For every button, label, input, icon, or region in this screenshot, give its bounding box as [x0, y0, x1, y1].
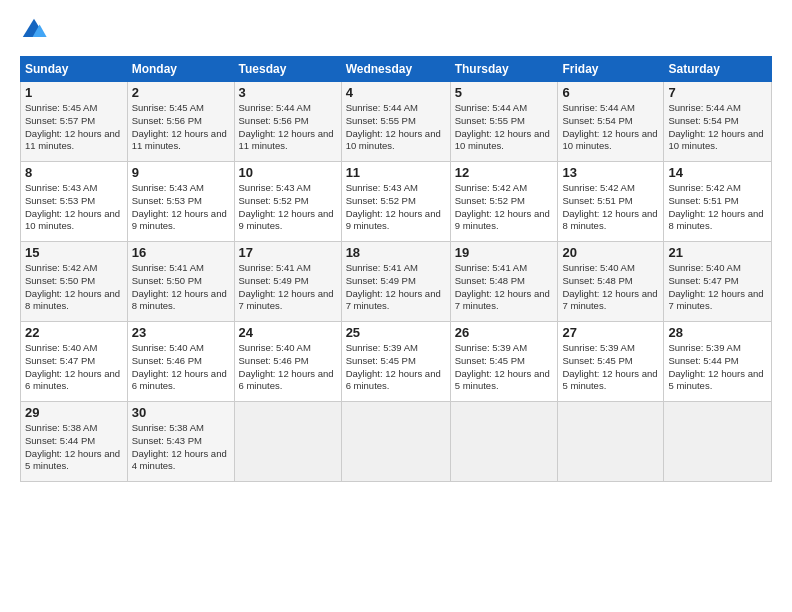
col-header-saturday: Saturday	[664, 57, 772, 82]
day-info: Sunrise: 5:44 AMSunset: 5:54 PMDaylight:…	[562, 102, 659, 153]
day-number: 22	[25, 325, 123, 340]
day-info: Sunrise: 5:42 AMSunset: 5:51 PMDaylight:…	[668, 182, 767, 233]
day-info: Sunrise: 5:45 AMSunset: 5:57 PMDaylight:…	[25, 102, 123, 153]
day-cell: 30Sunrise: 5:38 AMSunset: 5:43 PMDayligh…	[127, 402, 234, 482]
day-cell	[558, 402, 664, 482]
day-number: 17	[239, 245, 337, 260]
day-cell: 15Sunrise: 5:42 AMSunset: 5:50 PMDayligh…	[21, 242, 128, 322]
day-cell: 1Sunrise: 5:45 AMSunset: 5:57 PMDaylight…	[21, 82, 128, 162]
day-cell: 16Sunrise: 5:41 AMSunset: 5:50 PMDayligh…	[127, 242, 234, 322]
day-info: Sunrise: 5:43 AMSunset: 5:53 PMDaylight:…	[25, 182, 123, 233]
day-number: 19	[455, 245, 554, 260]
day-cell: 4Sunrise: 5:44 AMSunset: 5:55 PMDaylight…	[341, 82, 450, 162]
day-cell: 14Sunrise: 5:42 AMSunset: 5:51 PMDayligh…	[664, 162, 772, 242]
day-number: 18	[346, 245, 446, 260]
col-header-thursday: Thursday	[450, 57, 558, 82]
day-info: Sunrise: 5:43 AMSunset: 5:52 PMDaylight:…	[239, 182, 337, 233]
day-info: Sunrise: 5:42 AMSunset: 5:50 PMDaylight:…	[25, 262, 123, 313]
day-info: Sunrise: 5:44 AMSunset: 5:56 PMDaylight:…	[239, 102, 337, 153]
col-header-sunday: Sunday	[21, 57, 128, 82]
day-info: Sunrise: 5:38 AMSunset: 5:44 PMDaylight:…	[25, 422, 123, 473]
day-number: 5	[455, 85, 554, 100]
day-cell: 26Sunrise: 5:39 AMSunset: 5:45 PMDayligh…	[450, 322, 558, 402]
day-number: 20	[562, 245, 659, 260]
day-info: Sunrise: 5:38 AMSunset: 5:43 PMDaylight:…	[132, 422, 230, 473]
day-info: Sunrise: 5:41 AMSunset: 5:49 PMDaylight:…	[239, 262, 337, 313]
day-cell: 21Sunrise: 5:40 AMSunset: 5:47 PMDayligh…	[664, 242, 772, 322]
day-number: 25	[346, 325, 446, 340]
day-info: Sunrise: 5:45 AMSunset: 5:56 PMDaylight:…	[132, 102, 230, 153]
day-cell: 24Sunrise: 5:40 AMSunset: 5:46 PMDayligh…	[234, 322, 341, 402]
day-cell: 5Sunrise: 5:44 AMSunset: 5:55 PMDaylight…	[450, 82, 558, 162]
day-info: Sunrise: 5:41 AMSunset: 5:49 PMDaylight:…	[346, 262, 446, 313]
day-number: 4	[346, 85, 446, 100]
day-cell: 29Sunrise: 5:38 AMSunset: 5:44 PMDayligh…	[21, 402, 128, 482]
calendar-table: SundayMondayTuesdayWednesdayThursdayFrid…	[20, 56, 772, 482]
day-cell: 9Sunrise: 5:43 AMSunset: 5:53 PMDaylight…	[127, 162, 234, 242]
day-number: 30	[132, 405, 230, 420]
day-info: Sunrise: 5:40 AMSunset: 5:46 PMDaylight:…	[239, 342, 337, 393]
day-number: 9	[132, 165, 230, 180]
day-number: 23	[132, 325, 230, 340]
day-cell: 18Sunrise: 5:41 AMSunset: 5:49 PMDayligh…	[341, 242, 450, 322]
day-cell: 19Sunrise: 5:41 AMSunset: 5:48 PMDayligh…	[450, 242, 558, 322]
day-number: 16	[132, 245, 230, 260]
page-container: SundayMondayTuesdayWednesdayThursdayFrid…	[0, 0, 792, 492]
day-cell: 28Sunrise: 5:39 AMSunset: 5:44 PMDayligh…	[664, 322, 772, 402]
day-cell: 17Sunrise: 5:41 AMSunset: 5:49 PMDayligh…	[234, 242, 341, 322]
day-info: Sunrise: 5:42 AMSunset: 5:52 PMDaylight:…	[455, 182, 554, 233]
day-number: 8	[25, 165, 123, 180]
week-row-5: 29Sunrise: 5:38 AMSunset: 5:44 PMDayligh…	[21, 402, 772, 482]
day-info: Sunrise: 5:40 AMSunset: 5:47 PMDaylight:…	[668, 262, 767, 313]
day-cell	[341, 402, 450, 482]
day-number: 7	[668, 85, 767, 100]
day-cell: 22Sunrise: 5:40 AMSunset: 5:47 PMDayligh…	[21, 322, 128, 402]
day-cell: 20Sunrise: 5:40 AMSunset: 5:48 PMDayligh…	[558, 242, 664, 322]
day-cell: 7Sunrise: 5:44 AMSunset: 5:54 PMDaylight…	[664, 82, 772, 162]
day-info: Sunrise: 5:39 AMSunset: 5:44 PMDaylight:…	[668, 342, 767, 393]
day-cell: 6Sunrise: 5:44 AMSunset: 5:54 PMDaylight…	[558, 82, 664, 162]
day-number: 3	[239, 85, 337, 100]
day-info: Sunrise: 5:44 AMSunset: 5:55 PMDaylight:…	[455, 102, 554, 153]
day-info: Sunrise: 5:44 AMSunset: 5:54 PMDaylight:…	[668, 102, 767, 153]
day-info: Sunrise: 5:43 AMSunset: 5:53 PMDaylight:…	[132, 182, 230, 233]
week-row-2: 8Sunrise: 5:43 AMSunset: 5:53 PMDaylight…	[21, 162, 772, 242]
col-header-friday: Friday	[558, 57, 664, 82]
day-info: Sunrise: 5:41 AMSunset: 5:50 PMDaylight:…	[132, 262, 230, 313]
day-cell: 11Sunrise: 5:43 AMSunset: 5:52 PMDayligh…	[341, 162, 450, 242]
day-number: 11	[346, 165, 446, 180]
day-info: Sunrise: 5:40 AMSunset: 5:47 PMDaylight:…	[25, 342, 123, 393]
day-info: Sunrise: 5:43 AMSunset: 5:52 PMDaylight:…	[346, 182, 446, 233]
day-cell: 8Sunrise: 5:43 AMSunset: 5:53 PMDaylight…	[21, 162, 128, 242]
day-number: 10	[239, 165, 337, 180]
day-info: Sunrise: 5:39 AMSunset: 5:45 PMDaylight:…	[562, 342, 659, 393]
day-number: 1	[25, 85, 123, 100]
day-info: Sunrise: 5:41 AMSunset: 5:48 PMDaylight:…	[455, 262, 554, 313]
day-info: Sunrise: 5:39 AMSunset: 5:45 PMDaylight:…	[455, 342, 554, 393]
day-cell	[234, 402, 341, 482]
day-cell: 25Sunrise: 5:39 AMSunset: 5:45 PMDayligh…	[341, 322, 450, 402]
day-info: Sunrise: 5:44 AMSunset: 5:55 PMDaylight:…	[346, 102, 446, 153]
day-number: 24	[239, 325, 337, 340]
day-info: Sunrise: 5:42 AMSunset: 5:51 PMDaylight:…	[562, 182, 659, 233]
day-cell: 2Sunrise: 5:45 AMSunset: 5:56 PMDaylight…	[127, 82, 234, 162]
col-header-monday: Monday	[127, 57, 234, 82]
day-number: 14	[668, 165, 767, 180]
header-row: SundayMondayTuesdayWednesdayThursdayFrid…	[21, 57, 772, 82]
day-number: 15	[25, 245, 123, 260]
day-info: Sunrise: 5:40 AMSunset: 5:46 PMDaylight:…	[132, 342, 230, 393]
day-cell: 12Sunrise: 5:42 AMSunset: 5:52 PMDayligh…	[450, 162, 558, 242]
day-cell: 13Sunrise: 5:42 AMSunset: 5:51 PMDayligh…	[558, 162, 664, 242]
day-cell: 27Sunrise: 5:39 AMSunset: 5:45 PMDayligh…	[558, 322, 664, 402]
day-number: 27	[562, 325, 659, 340]
day-info: Sunrise: 5:39 AMSunset: 5:45 PMDaylight:…	[346, 342, 446, 393]
day-number: 29	[25, 405, 123, 420]
col-header-tuesday: Tuesday	[234, 57, 341, 82]
col-header-wednesday: Wednesday	[341, 57, 450, 82]
day-number: 12	[455, 165, 554, 180]
day-cell: 3Sunrise: 5:44 AMSunset: 5:56 PMDaylight…	[234, 82, 341, 162]
week-row-4: 22Sunrise: 5:40 AMSunset: 5:47 PMDayligh…	[21, 322, 772, 402]
day-cell: 23Sunrise: 5:40 AMSunset: 5:46 PMDayligh…	[127, 322, 234, 402]
day-cell	[664, 402, 772, 482]
day-number: 28	[668, 325, 767, 340]
